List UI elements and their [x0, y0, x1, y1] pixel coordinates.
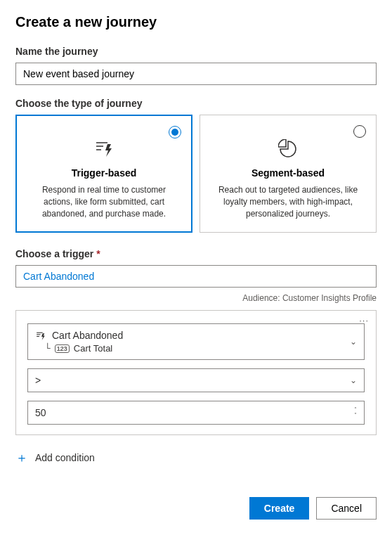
- journey-name-input[interactable]: [15, 63, 377, 85]
- attribute-select[interactable]: Cart Abandoned └ 123 Cart Total ⌄: [27, 323, 365, 360]
- plus-icon: ＋: [15, 449, 28, 466]
- add-condition-label: Add condition: [35, 452, 95, 463]
- journey-type-trigger[interactable]: Trigger-based Respond in real time to cu…: [15, 115, 192, 233]
- trigger-input[interactable]: [15, 265, 377, 288]
- condition-value: 50: [35, 407, 46, 418]
- required-mark: *: [96, 248, 100, 259]
- chevron-down-icon: ⌄: [350, 375, 357, 385]
- operator-value: >: [35, 375, 41, 386]
- attribute-field: Cart Total: [74, 343, 112, 354]
- audience-info: Audience: Customer Insights Profile: [15, 293, 377, 303]
- chevron-down-icon: ⌄: [350, 337, 357, 347]
- trigger-small-icon: [35, 331, 46, 341]
- more-icon[interactable]: ···: [359, 315, 369, 325]
- step-down-icon[interactable]: ˅: [354, 413, 357, 418]
- trigger-icon: [93, 138, 115, 160]
- page-title: Create a new journey: [15, 14, 377, 30]
- trigger-label: Choose a trigger *: [15, 248, 377, 259]
- card-desc: Respond in real time to customer actions…: [29, 184, 179, 219]
- add-condition-button[interactable]: ＋ Add condition: [15, 446, 377, 469]
- attribute-event: Cart Abandoned: [52, 330, 123, 342]
- cancel-button[interactable]: Cancel: [316, 497, 377, 520]
- name-label: Name the journey: [15, 46, 377, 57]
- condition-panel: ··· Cart Abandoned └ 123 Cart Total ⌄ > …: [15, 310, 377, 435]
- card-title: Segment-based: [213, 167, 363, 179]
- journey-type-segment[interactable]: Segment-based Reach out to targeted audi…: [200, 115, 377, 233]
- value-input[interactable]: 50 ˄ ˅: [27, 401, 365, 425]
- segment-icon: [277, 138, 299, 160]
- type-label: Choose the type of journey: [15, 98, 377, 109]
- number-stepper[interactable]: ˄ ˅: [354, 407, 357, 418]
- radio-unselected-icon: [353, 125, 366, 138]
- card-title: Trigger-based: [29, 167, 179, 179]
- operator-select[interactable]: > ⌄: [27, 368, 365, 392]
- tree-branch-icon: └: [45, 343, 51, 354]
- create-button[interactable]: Create: [249, 497, 310, 520]
- card-desc: Reach out to targeted audiences, like lo…: [213, 184, 363, 219]
- field-type-badge: 123: [55, 344, 70, 353]
- radio-selected-icon: [169, 126, 181, 138]
